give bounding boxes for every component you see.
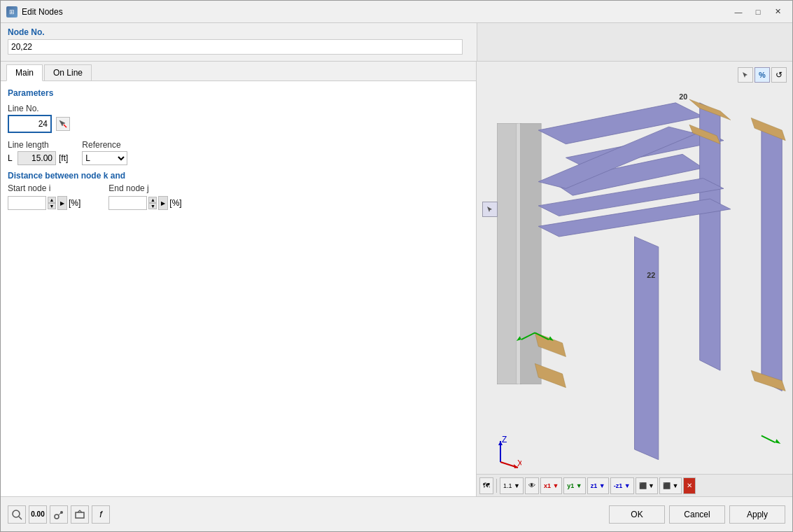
- length-unit: [ft]: [59, 153, 68, 163]
- arrow-icon: [742, 71, 750, 79]
- maximize-button[interactable]: □: [749, 5, 767, 19]
- svg-text:X: X: [517, 458, 521, 468]
- vp-y1-btn[interactable]: y1 ▼: [563, 477, 585, 494]
- xi-arrow-button[interactable]: ▶: [57, 196, 67, 210]
- vp-eye-btn[interactable]: 👁: [525, 477, 539, 494]
- line-length-col: Line length L [ft]: [8, 140, 68, 165]
- vp-iso-btn[interactable]: ⬛ ▼: [659, 477, 682, 494]
- xj-spin-down[interactable]: ▼: [148, 203, 157, 209]
- node-22-label: 22: [647, 271, 655, 279]
- content-area: Node No. Main On Line Parameters Line No…: [1, 23, 792, 531]
- vp-z2-btn[interactable]: -z1 ▼: [610, 477, 634, 494]
- end-node-label: End node j: [108, 183, 181, 193]
- apply-button[interactable]: Apply: [729, 505, 785, 524]
- xj-spinners: ▲ ▼: [148, 197, 157, 209]
- top-section: Node No.: [1, 23, 792, 62]
- right-panel: 20 22 %: [477, 62, 792, 496]
- length-input[interactable]: [17, 151, 56, 165]
- vp-tool-1[interactable]: 🗺: [479, 477, 493, 494]
- bottom-left-tools: 0.00 f: [8, 505, 110, 524]
- pick-icon: [58, 119, 68, 129]
- coords-tool-button[interactable]: 0.00: [29, 505, 47, 524]
- xi-spinners: ▲ ▼: [48, 197, 56, 209]
- line-pick-button[interactable]: [56, 117, 70, 131]
- middle-section: Main On Line Parameters Line No.: [1, 62, 792, 496]
- viewport-top-tools: % ↺: [738, 67, 787, 83]
- xj-unit: [%]: [169, 198, 181, 208]
- select-vp-button[interactable]: [738, 67, 753, 83]
- tab-main[interactable]: Main: [6, 64, 43, 81]
- viewport[interactable]: 20 22 %: [477, 62, 792, 496]
- cancel-button[interactable]: Cancel: [669, 505, 725, 524]
- view-tool-button[interactable]: [71, 505, 89, 524]
- vp-red-btn[interactable]: ✕: [683, 477, 696, 494]
- info-tool-button[interactable]: [8, 505, 26, 524]
- xj-spin-up[interactable]: ▲: [148, 197, 157, 203]
- svg-point-32: [13, 510, 20, 517]
- formula-tool-button[interactable]: f: [92, 505, 110, 524]
- tab-on-line[interactable]: On Line: [44, 64, 92, 80]
- ok-button[interactable]: OK: [609, 505, 665, 524]
- top-preview-panel: [477, 23, 792, 61]
- window-title: Edit Nodes: [22, 7, 63, 17]
- node-tool-button[interactable]: [50, 505, 68, 524]
- svg-marker-9: [762, 123, 782, 391]
- coord-svg: Z X: [486, 434, 521, 469]
- start-node-label: Start node i: [8, 183, 80, 193]
- vp-x1-btn[interactable]: x1 ▼: [540, 477, 562, 494]
- xi-spin-up[interactable]: ▲: [48, 197, 56, 203]
- minimize-button[interactable]: —: [729, 5, 748, 19]
- node-20-label: 20: [679, 92, 687, 101]
- line-no-box: [8, 115, 52, 133]
- select-tool-button[interactable]: [482, 202, 498, 217]
- structure-viewport-svg: 20 22: [477, 62, 792, 487]
- line-length-reference-row: Line length L [ft] Reference L: [8, 140, 469, 165]
- reference-select[interactable]: L: [82, 151, 127, 165]
- view-icon: [74, 509, 85, 520]
- left-panel: Main On Line Parameters Line No.: [1, 62, 477, 496]
- node-section: Start node i ▲ ▼ ▶ [%]: [8, 183, 469, 210]
- svg-text:Z: Z: [502, 435, 507, 444]
- search-icon: [11, 509, 22, 520]
- svg-marker-8: [700, 103, 720, 370]
- svg-line-0: [64, 125, 66, 127]
- vp-scale-btn[interactable]: 1.1 ▼: [500, 477, 524, 494]
- node-no-input[interactable]: [8, 39, 463, 55]
- xj-arrow-button[interactable]: ▶: [158, 196, 168, 210]
- end-node-col: End node j ▲ ▼ ▶ [%]: [108, 183, 181, 210]
- form-area: Parameters Line No.: [1, 81, 476, 496]
- undo-button[interactable]: ↺: [771, 67, 787, 83]
- node-icon: [53, 509, 64, 520]
- l-prefix: L: [8, 153, 15, 163]
- bottom-bar: 0.00 f OK Cancel Apply: [1, 496, 792, 531]
- line-no-label: Line No.: [8, 104, 469, 113]
- percent-button[interactable]: %: [755, 67, 770, 83]
- distance-group: Distance between node k and Start node i…: [8, 171, 469, 210]
- svg-rect-37: [76, 512, 84, 518]
- xj-k-input[interactable]: [108, 196, 147, 210]
- length-row: L [ft]: [8, 151, 68, 165]
- title-controls: — □ ✕: [729, 5, 787, 19]
- line-no-group: Line No.: [8, 104, 469, 133]
- node-no-panel: Node No.: [1, 23, 477, 61]
- title-bar-left: ⊞ Edit Nodes: [6, 6, 63, 18]
- xi-spin-down[interactable]: ▼: [48, 203, 56, 209]
- xi-k-input[interactable]: [8, 196, 46, 210]
- svg-marker-13: [635, 237, 659, 460]
- reference-col: Reference L: [82, 140, 127, 165]
- title-bar: ⊞ Edit Nodes — □ ✕: [1, 1, 792, 23]
- vp-z1-btn[interactable]: z1 ▼: [587, 477, 609, 494]
- xj-row: ▲ ▼ ▶ [%]: [108, 196, 181, 210]
- vp-render-btn[interactable]: ⬛ ▼: [636, 477, 658, 494]
- line-no-input[interactable]: [10, 118, 49, 130]
- viewport-bottom-toolbar: 🗺 1.1 ▼ 👁 x1 ▼ y1 ▼ z1 ▼ -z1 ▼ ⬛ ▼ ⬛ ▼ ✕: [477, 474, 792, 496]
- app-icon: ⊞: [6, 6, 17, 18]
- parameters-label: Parameters: [8, 88, 469, 98]
- reference-label: Reference: [82, 140, 127, 150]
- line-length-label: Line length: [8, 140, 68, 150]
- start-node-col: Start node i ▲ ▼ ▶ [%]: [8, 183, 80, 210]
- coord-indicator: Z X: [486, 434, 521, 471]
- close-button[interactable]: ✕: [769, 5, 787, 19]
- svg-line-36: [58, 513, 61, 515]
- svg-line-33: [19, 517, 22, 519]
